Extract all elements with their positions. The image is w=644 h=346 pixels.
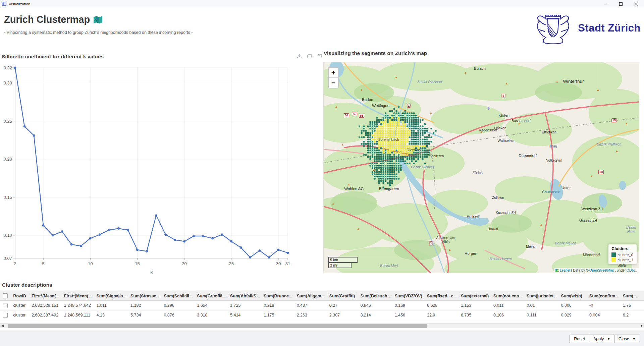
cluster-dot bbox=[396, 161, 397, 162]
column-header[interactable]: Sum(Grünflä... bbox=[194, 291, 227, 301]
cluster-dot bbox=[383, 171, 384, 173]
column-header[interactable]: Sum(Allgem... bbox=[294, 291, 327, 301]
cluster-dot bbox=[409, 113, 411, 114]
cluster-dot bbox=[387, 182, 389, 184]
cluster-dot bbox=[385, 128, 386, 129]
cluster-dot bbox=[380, 165, 382, 167]
column-header[interactable]: Sum(Schädli... bbox=[161, 291, 194, 301]
cluster-dot bbox=[418, 141, 419, 142]
zoom-in-button[interactable]: + bbox=[329, 68, 338, 78]
cluster-dot bbox=[409, 126, 411, 127]
cluster-dot bbox=[374, 156, 376, 158]
cluster-dot bbox=[420, 139, 421, 140]
cluster-dot bbox=[407, 148, 408, 149]
cluster-dot bbox=[420, 148, 421, 149]
cluster-dot bbox=[415, 136, 417, 138]
cluster-dot bbox=[363, 128, 365, 129]
close-button[interactable] bbox=[629, 0, 644, 8]
table-heading: Cluster descriptions bbox=[2, 282, 52, 288]
column-header[interactable]: Sum(external) bbox=[458, 291, 491, 301]
scroll-right-button[interactable] bbox=[639, 324, 644, 328]
cluster-dot bbox=[413, 145, 415, 147]
reset-button[interactable]: Reset bbox=[570, 335, 589, 343]
column-header[interactable]: Sum(Brunne... bbox=[261, 291, 294, 301]
column-header[interactable]: Sum(wish) bbox=[558, 291, 587, 301]
box-zoom-button[interactable] bbox=[306, 53, 313, 59]
row-checkbox[interactable] bbox=[3, 303, 8, 308]
column-header[interactable]: Sum(Beleuch... bbox=[358, 291, 392, 301]
column-header[interactable]: Sum(Graffiti) bbox=[327, 291, 358, 301]
cluster-dot bbox=[385, 119, 386, 121]
column-header[interactable]: Sum(confirm... bbox=[587, 291, 620, 301]
close-window-button[interactable]: Close ▼ bbox=[614, 335, 640, 343]
cluster-dot bbox=[426, 143, 428, 145]
cluster-dot bbox=[383, 121, 384, 123]
column-header[interactable]: First*(Mean(... bbox=[29, 291, 61, 301]
column-header[interactable]: Sum(fixed - c... bbox=[424, 291, 458, 301]
download-plot-button[interactable] bbox=[296, 53, 303, 59]
cluster-dot bbox=[370, 123, 371, 125]
column-header[interactable]: Sum(Strasse... bbox=[128, 291, 161, 301]
cluster-dot bbox=[409, 121, 411, 123]
cluster-dot bbox=[418, 132, 419, 134]
minimize-button[interactable] bbox=[598, 0, 613, 8]
column-header[interactable]: Sum(not con... bbox=[491, 291, 524, 301]
cluster-dot bbox=[420, 136, 421, 138]
horizontal-scrollbar[interactable] bbox=[0, 323, 644, 328]
column-header[interactable]: Sum(... bbox=[620, 291, 644, 301]
legend-item-cluster0: cluster_0 bbox=[611, 252, 633, 257]
column-header[interactable]: Sum(jurisdict... bbox=[524, 291, 558, 301]
cluster-dot bbox=[365, 132, 367, 134]
column-header[interactable]: RowID bbox=[10, 291, 29, 301]
cluster-dot bbox=[405, 119, 406, 121]
leaflet-link[interactable]: Leaflet bbox=[560, 268, 571, 272]
column-header[interactable]: First*(Mean(... bbox=[61, 291, 94, 301]
cluster-dot bbox=[398, 165, 399, 167]
odbl-link[interactable]: ODbL bbox=[627, 268, 636, 272]
cluster-dot bbox=[413, 132, 415, 134]
select-all-checkbox[interactable] bbox=[3, 293, 8, 298]
maximize-button[interactable] bbox=[613, 0, 629, 8]
column-header[interactable]: Sum(Signalis... bbox=[94, 291, 128, 301]
reset-view-button[interactable] bbox=[316, 53, 323, 59]
cluster-dot bbox=[426, 141, 428, 142]
window-titlebar[interactable]: Visualization bbox=[0, 0, 644, 8]
cluster-dot bbox=[383, 156, 384, 158]
cluster-dot bbox=[428, 136, 430, 138]
openstreetmap-link[interactable]: OpenStreetMap bbox=[589, 268, 614, 272]
cluster-dot bbox=[405, 134, 406, 136]
cluster-dot bbox=[422, 152, 424, 154]
cluster-dot bbox=[424, 154, 426, 156]
cluster-dot bbox=[405, 139, 406, 140]
cluster-dot bbox=[380, 174, 382, 175]
cluster-dot bbox=[402, 150, 404, 151]
cluster-dot bbox=[411, 119, 413, 121]
cluster-dot bbox=[400, 115, 402, 116]
cluster-dot bbox=[400, 158, 402, 160]
y-tick-label: 0.32 bbox=[4, 65, 12, 70]
cluster-dot bbox=[380, 123, 382, 125]
cluster-dot bbox=[385, 113, 386, 114]
cluster-dot bbox=[407, 150, 408, 151]
cluster-dot bbox=[415, 128, 417, 129]
zoom-out-button[interactable]: − bbox=[329, 78, 338, 88]
cluster-dot bbox=[413, 158, 415, 160]
cluster-dot bbox=[374, 148, 376, 149]
cluster-dot bbox=[418, 117, 419, 119]
scroll-left-button[interactable] bbox=[0, 324, 5, 328]
cluster-dot bbox=[435, 130, 437, 132]
page-subtitle: - Pinpointing a systematic method to gro… bbox=[4, 30, 193, 35]
table-cell: 3.318 bbox=[194, 310, 227, 320]
zurich-map[interactable]: BülachWinterthurBadenWettingenKlotenBass… bbox=[324, 62, 639, 273]
cluster-dot bbox=[376, 167, 378, 169]
column-header[interactable]: Sum(Abfall/S... bbox=[227, 291, 261, 301]
cluster-dot bbox=[365, 130, 367, 132]
scrollbar-thumb[interactable] bbox=[8, 324, 427, 328]
page-title: Zurich Clustermap bbox=[4, 14, 90, 25]
cluster-dot bbox=[409, 134, 411, 136]
column-header[interactable]: Sum(VBZ/ÖV) bbox=[392, 291, 424, 301]
row-checkbox[interactable] bbox=[3, 313, 8, 318]
apply-button[interactable]: Apply ▼ bbox=[589, 335, 614, 343]
cluster-dot bbox=[398, 119, 399, 121]
cluster-dot bbox=[405, 154, 406, 156]
